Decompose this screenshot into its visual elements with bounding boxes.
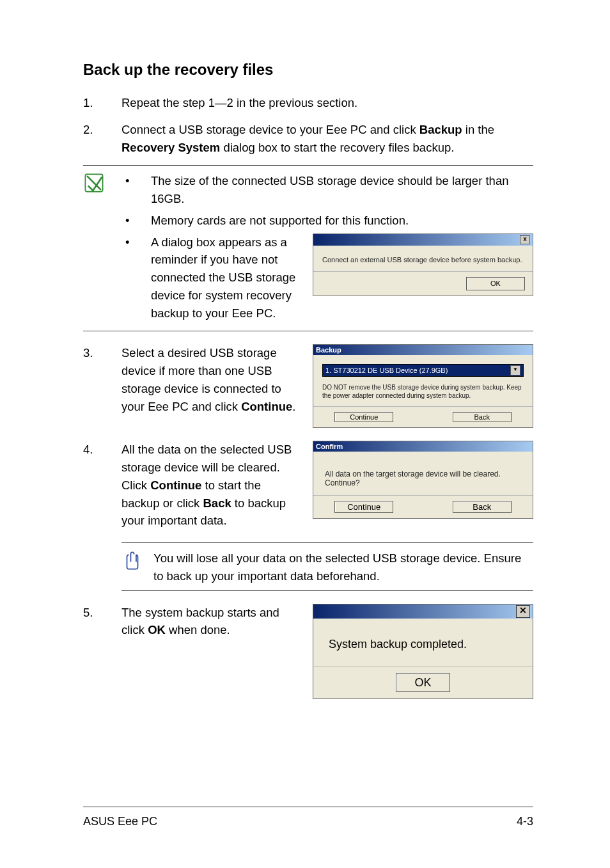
dialog-backup: Backup 1. ST730212 DE USB Device (27.9GB… <box>313 344 533 428</box>
continue-button[interactable]: Continue <box>334 501 393 513</box>
step-5-text: The system backup starts and click OK wh… <box>121 604 301 640</box>
ok-button[interactable]: OK <box>396 673 450 692</box>
bullet-dot: • <box>121 233 151 251</box>
dialog-completed: ✕ System backup completed. OK <box>313 604 533 699</box>
ok-button[interactable]: OK <box>466 277 525 290</box>
footer-divider <box>83 807 533 807</box>
page-footer: ASUS Eee PC 4-3 <box>83 815 533 828</box>
step-5-row: 5. The system backup starts and click OK… <box>83 604 533 699</box>
chevron-down-icon[interactable]: ▼ <box>510 365 520 375</box>
step-2: 2. Connect a USB storage device to your … <box>83 121 533 157</box>
step-4-row: 4. All the data on the selected USB stor… <box>83 441 533 530</box>
usb-device-selected: 1. ST730212 DE USB Device (27.9GB) <box>325 367 448 374</box>
dialog-backup-warning: DO NOT remove the USB storage device dur… <box>322 383 524 400</box>
back-button[interactable]: Back <box>453 501 512 513</box>
dialog-confirm: Confirm All data on the target storage d… <box>313 441 533 519</box>
note-box-1: • The size of the connected USB storage … <box>83 165 533 331</box>
step-1-number: 1. <box>83 94 121 112</box>
note-1-bullet-2: Memory cards are not supported for this … <box>151 212 409 230</box>
step-3-text: Select a desired USB storage device if m… <box>121 344 301 415</box>
close-icon[interactable]: x <box>520 235 530 244</box>
dialog-completed-msg: System backup completed. <box>313 619 533 667</box>
bullet-dot: • <box>121 172 151 208</box>
step-1-text: Repeat the step 1—2 in the previous sect… <box>121 94 533 112</box>
bullet-dot: • <box>121 212 151 230</box>
step-2-number: 2. <box>83 121 121 157</box>
step-3-number: 3. <box>83 344 121 415</box>
step-4-number: 4. <box>83 441 121 530</box>
back-button[interactable]: Back <box>453 412 512 422</box>
usb-device-dropdown[interactable]: 1. ST730212 DE USB Device (27.9GB) ▼ <box>322 364 524 377</box>
dialog-backup-title: Backup <box>316 346 341 354</box>
note-box-2: You will lose all your data on the selec… <box>121 542 533 591</box>
step-5-number: 5. <box>83 604 121 640</box>
dialog-confirm-msg: All data on the target storage device wi… <box>313 452 533 495</box>
footer-left: ASUS Eee PC <box>83 815 157 828</box>
dialog-confirm-title: Confirm <box>316 443 343 450</box>
continue-button[interactable]: Continue <box>334 412 393 422</box>
close-icon[interactable]: ✕ <box>516 605 530 618</box>
step-1: 1. Repeat the step 1—2 in the previous s… <box>83 94 533 112</box>
note-1-bullet-3: A dialog box appears as a reminder if yo… <box>151 233 304 322</box>
footer-page-number: 4-3 <box>517 815 533 828</box>
caution-hand-icon <box>121 549 143 571</box>
note-icon <box>83 172 105 194</box>
section-heading: Back up the recovery files <box>83 61 533 79</box>
dialog-connect-msg: Connect an external USB storage device b… <box>313 246 533 272</box>
dialog-connect-usb: x Connect an external USB storage device… <box>313 233 533 296</box>
note-2-text: You will lose all your data on the selec… <box>153 549 533 585</box>
step-4-text: All the data on the selected USB storage… <box>121 441 301 530</box>
note-1-bullet-1: The size of the connected USB storage de… <box>151 172 533 208</box>
step-2-text: Connect a USB storage device to your Eee… <box>121 121 533 157</box>
step-3-row: 3. Select a desired USB storage device i… <box>83 344 533 428</box>
